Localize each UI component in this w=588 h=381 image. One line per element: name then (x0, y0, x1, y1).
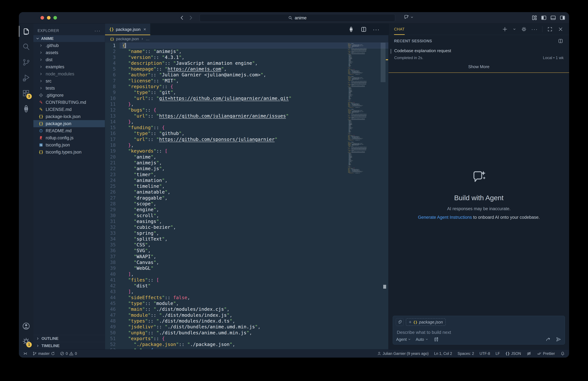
toggle-secondary-sidebar-button[interactable] (559, 15, 566, 21)
code-line: 5 "homepage":: "https://animejs.com", (105, 66, 388, 72)
remote-indicator[interactable] (23, 351, 28, 356)
tree-file-tsconfig.json[interactable]: TStsconfig.json (33, 141, 105, 149)
git-blame-status[interactable]: Julian Garnier (9 years ago) (377, 352, 429, 356)
generate-agent-instructions-link[interactable]: Generate Agent Instructions (418, 215, 472, 220)
activity-source-control[interactable] (19, 55, 33, 70)
tab-package-json[interactable]: {} package.json × (105, 23, 150, 35)
tree-folder-tests[interactable]: tests (33, 85, 105, 92)
arrow-right-icon (188, 15, 193, 21)
close-window-button[interactable] (41, 16, 44, 20)
close-tab-icon[interactable]: × (144, 27, 146, 32)
tree-file-README.md[interactable]: README.md (33, 127, 105, 134)
tree-file-rollup.config.js[interactable]: rollup.config.js (33, 134, 105, 141)
code-line: 45 "type":: "module", (105, 300, 388, 306)
extensions-badge: 3 (26, 94, 32, 99)
explorer-more-actions-button[interactable]: ··· (94, 28, 101, 33)
tree-file-.gitignore[interactable]: .gitignore (33, 92, 105, 99)
send-button[interactable] (555, 336, 562, 342)
editor-more-actions-button[interactable]: ··· (373, 26, 379, 32)
code-editor[interactable]: 1{2 "name":: "animejs",3 "version":: "4.… (105, 43, 388, 349)
activity-settings[interactable]: 1 (19, 333, 33, 349)
formatter-status[interactable]: Prettier (537, 351, 555, 356)
empty-state-subtitle: AI responses may be inaccurate. (447, 206, 510, 211)
zoom-window-button[interactable] (53, 16, 57, 20)
toggle-primary-sidebar-button[interactable] (541, 15, 547, 21)
tree-folder-node_modules[interactable]: node_modules (33, 70, 105, 77)
split-editor-button[interactable] (361, 26, 367, 32)
chat-settings-button[interactable] (521, 26, 527, 32)
tree-folder-src[interactable]: src (33, 77, 105, 85)
toggle-panel-button[interactable] (550, 15, 556, 21)
show-more-button[interactable]: Show More (394, 64, 564, 69)
activity-chatgpt-extension[interactable] (19, 101, 33, 116)
activity-explorer[interactable] (19, 23, 33, 39)
code-line: 9 "type":: "git", (105, 90, 388, 95)
language-mode-status[interactable]: {} JSON (505, 352, 521, 356)
outline-section[interactable]: OUTLINE (33, 335, 105, 342)
cursor-position-status[interactable]: Ln 1, Col 2 (434, 352, 452, 356)
minimap[interactable]: { "name":: "animejs", "version":: "4.3.1… (346, 43, 381, 173)
notifications-status[interactable] (560, 351, 565, 356)
breadcrumb-symbol[interactable]: … (146, 37, 149, 41)
activity-run-debug[interactable] (19, 70, 33, 86)
error-icon (60, 351, 64, 356)
paperclip-icon (398, 320, 402, 324)
chat-mode-dropdown[interactable]: Agent (396, 337, 411, 342)
breadcrumb-file[interactable]: package.json (116, 37, 139, 41)
tree-file-package.json[interactable]: {}package.json (33, 120, 105, 127)
tree-folder-examples[interactable]: examples (33, 63, 105, 70)
tree-item-label: assets (46, 50, 58, 55)
session-item[interactable]: Codebase explanation request Completed i… (394, 48, 564, 60)
activity-search[interactable] (19, 39, 33, 55)
code-line: 38 "Canvas", (105, 259, 388, 265)
chat-more-actions-button[interactable]: ··· (531, 26, 538, 32)
chat-input-placeholder[interactable]: Describe what to build next (397, 330, 451, 335)
breadcrumb[interactable]: {} package.json … (105, 35, 388, 43)
title-bar: anime (19, 12, 569, 23)
copilot-disabled-status[interactable] (526, 351, 531, 356)
navigate-forward-button[interactable] (188, 15, 194, 21)
problems-status[interactable]: 0 0 (60, 351, 77, 356)
timeline-section[interactable]: TIMELINE (33, 342, 105, 349)
new-chat-dropdown-button[interactable] (512, 26, 516, 32)
navigate-back-button[interactable] (179, 15, 185, 21)
empty-state-link-suffix: to onboard AI onto your codebase. (472, 215, 540, 220)
git-branch-status[interactable]: master (32, 351, 55, 356)
scrollbar-thumb[interactable] (381, 43, 385, 82)
copilot-menu-button[interactable] (403, 14, 414, 20)
tree-file-CONTRIBUTING.md[interactable]: CONTRIBUTING.md (33, 99, 105, 106)
workspace-section-anime[interactable]: ANIME (33, 35, 105, 42)
desktop: anime (0, 0, 588, 381)
activity-accounts[interactable] (19, 319, 33, 333)
minimize-window-button[interactable] (47, 16, 50, 20)
close-chat-button[interactable] (558, 26, 564, 32)
code-line: 39 "WebGL" (105, 265, 388, 271)
indentation-status[interactable]: Spaces: 2 (458, 352, 474, 356)
attached-file-chip[interactable]: + {} package.json (406, 318, 446, 326)
activity-extensions[interactable]: 3 (19, 86, 33, 101)
attach-context-button[interactable] (396, 318, 403, 326)
tree-file-tsconfig.types.json[interactable]: {}tsconfig.types.json (33, 149, 105, 156)
new-chat-button[interactable] (502, 26, 508, 32)
tree-file-LICENSE.md[interactable]: LICENSE.md (33, 106, 105, 113)
tree-folder-.github[interactable]: .github (33, 42, 105, 49)
eol-status[interactable]: LF (496, 352, 500, 356)
configure-tools-button[interactable] (433, 336, 439, 342)
code-line: 51 "exports":: { (105, 336, 388, 341)
editor-scrollbar[interactable] (381, 43, 388, 349)
maximize-chat-button[interactable] (547, 26, 553, 32)
chat-input-box[interactable]: + {} package.json Describe what to build… (393, 316, 565, 344)
command-center-search[interactable]: anime (200, 14, 395, 22)
code-line: 20 "anime", (105, 154, 388, 160)
chevron-down-icon (425, 338, 428, 341)
tree-folder-assets[interactable]: assets (33, 49, 105, 56)
voice-input-button[interactable] (545, 336, 551, 342)
chatgpt-editor-action-button[interactable] (348, 26, 354, 32)
tree-folder-dist[interactable]: dist (33, 56, 105, 63)
model-dropdown[interactable]: Auto (416, 337, 428, 342)
sessions-panel-toggle-button[interactable] (558, 38, 564, 44)
encoding-status[interactable]: UTF-8 (480, 352, 490, 356)
tab-chat[interactable]: CHAT (394, 23, 405, 35)
customize-layout-button[interactable] (531, 15, 538, 21)
tree-file-package-lock.json[interactable]: {}package-lock.json (33, 113, 105, 120)
